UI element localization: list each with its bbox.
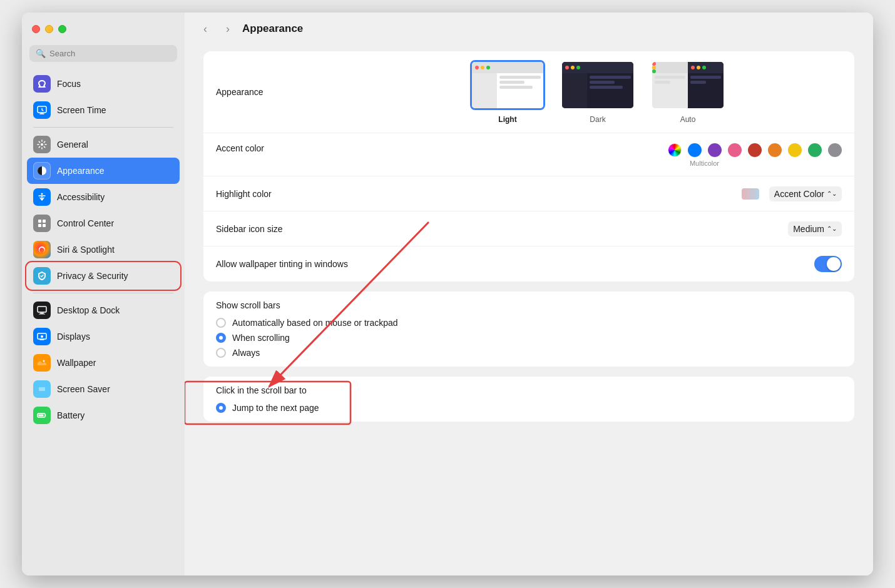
accent-red[interactable] xyxy=(748,143,762,157)
accent-graphite[interactable] xyxy=(828,143,842,157)
main-header: ‹ › Appearance xyxy=(185,13,873,45)
appearance-option-auto[interactable]: Auto xyxy=(650,60,725,124)
svg-point-1 xyxy=(41,143,43,146)
sidebar-label-desktop: Desktop & Dock xyxy=(57,305,120,315)
sidebar-icon-content: Medium ⌃⌄ xyxy=(354,221,842,236)
forward-button[interactable]: › xyxy=(220,21,236,37)
appearance-options-container: Light xyxy=(354,60,842,124)
click-scroll-radio-group: Jump to the next page xyxy=(203,400,854,422)
scroll-auto-radio[interactable] xyxy=(216,318,226,328)
main-body: Appearance xyxy=(185,45,873,575)
wallpaper-tinting-label: Allow wallpaper tinting in windows xyxy=(216,259,354,269)
accessibility-icon xyxy=(33,188,51,206)
sidebar-item-screensaver[interactable]: Screen Saver xyxy=(27,376,180,402)
sidebar-item-focus[interactable]: Focus xyxy=(27,71,180,97)
appearance-option-dark[interactable]: Dark xyxy=(560,60,635,124)
appearance-option-light[interactable]: Light xyxy=(470,60,545,124)
accent-yellow[interactable] xyxy=(788,143,802,157)
accent-color-label: Accent color xyxy=(216,143,354,153)
click-scroll-card: Click in the scroll bar to Jump to the n… xyxy=(203,377,854,422)
sidebar-item-displays[interactable]: Displays xyxy=(27,323,180,350)
wallpaper-tinting-toggle[interactable] xyxy=(814,256,842,272)
click-next-page-label: Jump to the next page xyxy=(232,403,319,413)
sidebar-item-privacy[interactable]: Privacy & Security xyxy=(27,263,180,289)
highlight-color-row: Highlight color Accent Color ⌃⌄ xyxy=(203,176,854,211)
divider-1 xyxy=(33,127,173,128)
search-input[interactable] xyxy=(49,49,171,58)
sidebar-label-general: General xyxy=(57,139,88,150)
sidebar-item-battery[interactable]: Battery xyxy=(27,402,180,428)
general-icon xyxy=(33,136,51,153)
svg-rect-18 xyxy=(39,415,44,417)
svg-rect-7 xyxy=(43,224,46,227)
svg-rect-4 xyxy=(38,220,41,223)
battery-icon xyxy=(33,407,51,424)
sidebar-label-battery: Battery xyxy=(57,410,84,420)
sidebar-icon-selector[interactable]: Medium ⌃⌄ xyxy=(788,221,842,236)
displays-icon xyxy=(33,328,51,345)
scroll-scrolling-label: When scrolling xyxy=(232,333,290,343)
multicolor-label: Multicolor xyxy=(690,160,719,167)
accent-blue[interactable] xyxy=(688,143,702,157)
accent-multicolor-wrap xyxy=(668,143,682,157)
scroll-auto-option[interactable]: Automatically based on mouse or trackpad xyxy=(216,318,842,328)
accent-color-row: Accent color xyxy=(203,133,854,176)
appearance-thumb-auto xyxy=(650,60,725,110)
svg-rect-9 xyxy=(40,313,44,314)
accent-orange[interactable] xyxy=(768,143,782,157)
accent-green[interactable] xyxy=(808,143,822,157)
screentime-icon xyxy=(33,101,51,119)
sidebar-item-accessibility[interactable]: Accessibility xyxy=(27,184,180,210)
svg-rect-5 xyxy=(43,220,46,223)
scroll-bars-title: Show scroll bars xyxy=(203,291,854,315)
appearance-card: Appearance xyxy=(203,51,854,281)
accent-purple[interactable] xyxy=(708,143,722,157)
highlight-value: Accent Color xyxy=(774,189,824,199)
wallpaper-tinting-row: Allow wallpaper tinting in windows xyxy=(203,246,854,281)
sidebar-label-appearance: Appearance xyxy=(57,166,105,176)
sidebar-label-accessibility: Accessibility xyxy=(57,192,105,202)
svg-rect-8 xyxy=(38,307,46,312)
sidebar-item-wallpaper[interactable]: Wallpaper xyxy=(27,350,180,376)
sidebar-icon-row: Sidebar icon size Medium ⌃⌄ xyxy=(203,211,854,246)
scroll-scrolling-option[interactable]: When scrolling xyxy=(216,333,842,343)
sidebar-item-control-center[interactable]: Control Center xyxy=(27,210,180,236)
scroll-always-label: Always xyxy=(232,348,260,358)
accent-pink[interactable] xyxy=(728,143,742,157)
highlight-selector[interactable]: Accent Color ⌃⌄ xyxy=(769,186,842,201)
maximize-button[interactable] xyxy=(58,25,66,33)
back-button[interactable]: ‹ xyxy=(197,21,213,37)
click-next-page-option[interactable]: Jump to the next page xyxy=(216,403,842,413)
sidebar-item-desktop[interactable]: Desktop & Dock xyxy=(27,297,180,323)
sidebar-label-screensaver: Screen Saver xyxy=(57,384,110,394)
svg-rect-6 xyxy=(38,224,41,227)
desktop-icon xyxy=(33,302,51,319)
scroll-bars-card: Show scroll bars Automatically based on … xyxy=(203,291,854,367)
accent-colors xyxy=(668,143,842,157)
sidebar-label-siri: Siri & Spotlight xyxy=(57,245,115,255)
sidebar-item-siri[interactable]: Siri & Spotlight xyxy=(27,236,180,263)
sidebar-item-general[interactable]: General xyxy=(27,131,180,158)
sidebar-item-screen-time[interactable]: Screen Time xyxy=(27,97,180,123)
minimize-button[interactable] xyxy=(45,25,53,33)
highlight-preview xyxy=(742,188,759,200)
main-content-wrapper: ‹ › Appearance Appearance xyxy=(185,13,873,575)
close-button[interactable] xyxy=(32,25,40,33)
sidebar: 🔍 Focus xyxy=(22,13,185,575)
accent-multicolor[interactable] xyxy=(668,143,682,157)
svg-point-14 xyxy=(43,360,45,362)
search-icon: 🔍 xyxy=(36,49,46,58)
sidebar-icon-label: Sidebar icon size xyxy=(216,224,354,234)
svg-point-12 xyxy=(41,335,43,338)
search-bar[interactable]: 🔍 xyxy=(29,45,177,62)
highlight-color-content: Accent Color ⌃⌄ xyxy=(354,186,842,201)
click-next-page-radio[interactable] xyxy=(216,403,226,413)
scroll-scrolling-radio[interactable] xyxy=(216,333,226,343)
scroll-bars-radio-group: Automatically based on mouse or trackpad… xyxy=(203,315,854,367)
click-scroll-title: Click in the scroll bar to xyxy=(203,377,854,400)
sidebar-item-appearance[interactable]: Appearance xyxy=(27,158,180,184)
scroll-auto-label: Automatically based on mouse or trackpad xyxy=(232,318,398,328)
scroll-always-radio[interactable] xyxy=(216,348,226,358)
scroll-always-option[interactable]: Always xyxy=(216,348,842,358)
sidebar-label-displays: Displays xyxy=(57,332,90,342)
